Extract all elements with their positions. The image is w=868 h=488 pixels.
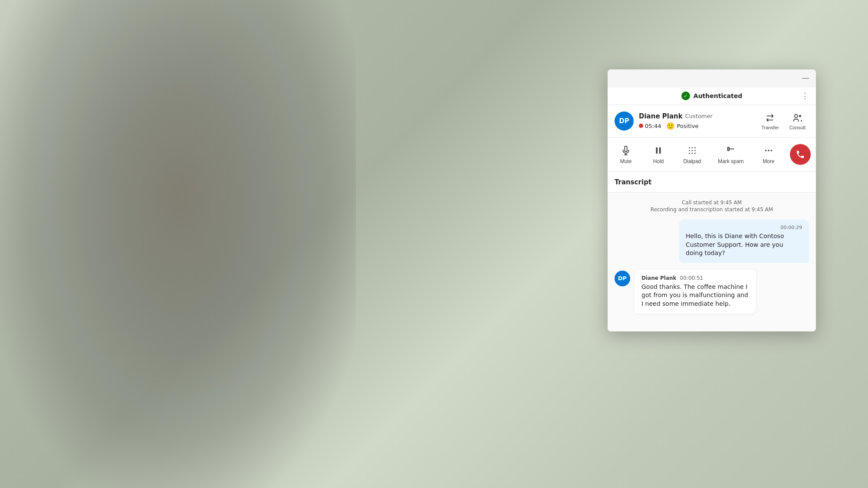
customer-name-time: Diane Plank 00:00:51 bbox=[641, 275, 749, 281]
agent-bubble: 00:00:29 Hello, this is Diane with Conto… bbox=[679, 219, 809, 263]
call-controls: Mute Hold bbox=[608, 138, 816, 172]
customer-message-timestamp: 00:00:51 bbox=[680, 275, 704, 281]
svg-point-11 bbox=[694, 150, 696, 151]
person-silhouette bbox=[0, 0, 356, 488]
svg-point-7 bbox=[691, 147, 693, 148]
mute-icon bbox=[621, 144, 631, 157]
sentiment-indicator: 🙂 Positive bbox=[666, 122, 698, 130]
dialpad-button[interactable]: Dialpad bbox=[678, 141, 706, 168]
contact-avatar: DP bbox=[615, 111, 634, 131]
svg-point-1 bbox=[799, 115, 801, 117]
call-started-text: Call started at 9:45 AM bbox=[615, 200, 809, 206]
contact-name: Diane Plank bbox=[639, 112, 683, 120]
auth-menu-button[interactable]: ⋮ bbox=[801, 91, 809, 101]
panel-topbar: — bbox=[608, 69, 816, 87]
hold-label: Hold bbox=[653, 158, 664, 164]
sentiment-emoji: 🙂 bbox=[666, 122, 675, 130]
contact-info: Diane Plank Customer 05:44 🙂 Positive bbox=[639, 112, 753, 130]
svg-point-0 bbox=[795, 115, 798, 118]
auth-check-icon: ✓ bbox=[681, 92, 690, 100]
svg-point-13 bbox=[691, 153, 693, 154]
svg-point-14 bbox=[694, 153, 696, 154]
agent-message-timestamp: 00:00:29 bbox=[686, 225, 802, 230]
mark-spam-label: Mark spam bbox=[718, 158, 743, 164]
dialpad-icon bbox=[687, 144, 697, 157]
recording-dot bbox=[639, 124, 643, 128]
more-label: More bbox=[763, 158, 774, 164]
svg-rect-4 bbox=[656, 147, 658, 154]
action-buttons: Transfer Consult bbox=[758, 110, 809, 132]
customer-message-text: Good thanks. The coffee machine I got fr… bbox=[641, 283, 749, 308]
mute-button[interactable]: Mute bbox=[613, 141, 639, 168]
mark-spam-icon bbox=[726, 144, 736, 157]
contact-role: Customer bbox=[685, 113, 713, 119]
transfer-label: Transfer bbox=[761, 125, 779, 130]
svg-point-9 bbox=[689, 150, 690, 151]
recording-started-text: Recording and transcription started at 9… bbox=[615, 206, 809, 213]
customer-message-name: Diane Plank bbox=[641, 275, 677, 281]
auth-bar: ✓ Authenticated ⋮ bbox=[608, 87, 816, 105]
svg-point-17 bbox=[770, 150, 772, 151]
call-duration: 05:44 bbox=[639, 123, 661, 129]
svg-point-16 bbox=[768, 150, 769, 151]
teams-call-panel: — ✓ Authenticated ⋮ DP Diane Plank Custo… bbox=[608, 69, 816, 331]
sentiment-label: Positive bbox=[677, 123, 698, 129]
end-call-button[interactable] bbox=[790, 144, 811, 165]
consult-label: Consult bbox=[789, 125, 806, 130]
svg-point-10 bbox=[691, 150, 693, 151]
hold-button[interactable]: Hold bbox=[645, 141, 671, 168]
svg-point-12 bbox=[689, 153, 690, 154]
transcript-header: Transcript bbox=[608, 172, 816, 193]
svg-point-6 bbox=[689, 147, 690, 148]
mark-spam-button[interactable]: Mark spam bbox=[713, 141, 749, 168]
consult-button[interactable]: Consult bbox=[786, 110, 809, 132]
svg-point-8 bbox=[694, 147, 696, 148]
mute-label: Mute bbox=[620, 158, 632, 164]
call-info-text: Call started at 9:45 AM Recording and tr… bbox=[615, 200, 809, 213]
hold-icon bbox=[654, 144, 663, 157]
transcript-title: Transcript bbox=[615, 178, 651, 186]
transcript-body: Call started at 9:45 AM Recording and tr… bbox=[608, 193, 816, 331]
minimize-button[interactable]: — bbox=[800, 73, 811, 83]
svg-rect-5 bbox=[659, 147, 661, 154]
consult-icon bbox=[791, 112, 803, 124]
more-icon bbox=[764, 144, 773, 157]
customer-bubble: Diane Plank 00:00:51 Good thanks. The co… bbox=[635, 270, 756, 314]
contact-row: DP Diane Plank Customer 05:44 🙂 Positive bbox=[608, 105, 816, 138]
auth-status-text: Authenticated bbox=[694, 92, 742, 99]
customer-message-avatar: DP bbox=[615, 271, 630, 286]
more-button[interactable]: More bbox=[756, 141, 782, 168]
transfer-icon bbox=[764, 112, 776, 124]
transfer-button[interactable]: Transfer bbox=[758, 110, 783, 132]
agent-message: 00:00:29 Hello, this is Diane with Conto… bbox=[615, 219, 809, 263]
dialpad-label: Dialpad bbox=[683, 158, 701, 164]
svg-point-15 bbox=[765, 150, 767, 151]
contact-name-row: Diane Plank Customer bbox=[639, 112, 753, 120]
customer-message: DP Diane Plank 00:00:51 Good thanks. The… bbox=[615, 270, 809, 314]
contact-status-row: 05:44 🙂 Positive bbox=[639, 122, 753, 130]
agent-message-text: Hello, this is Diane with Contoso Custom… bbox=[686, 232, 802, 258]
